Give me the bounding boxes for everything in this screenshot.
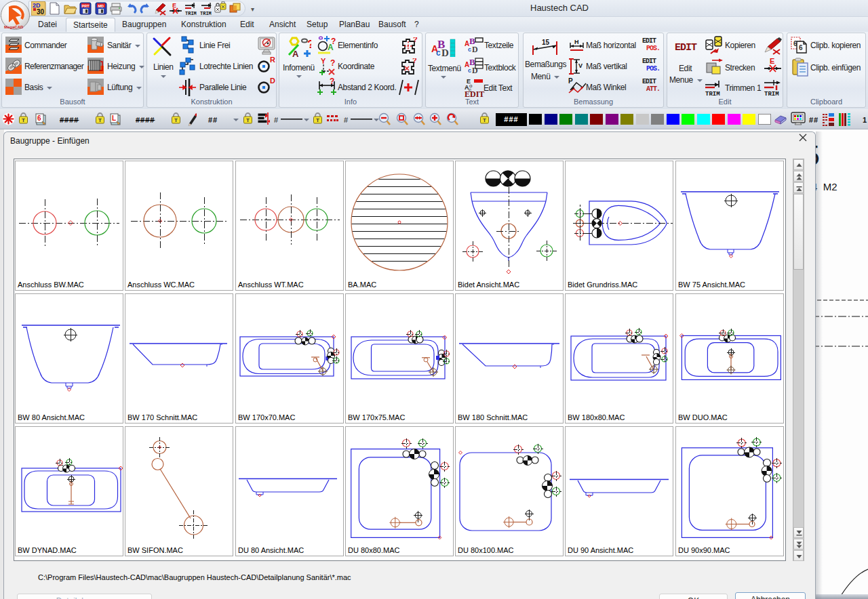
svg-text:P: P <box>568 77 573 85</box>
svg-text:?: ? <box>413 37 418 43</box>
svg-text:PRT: PRT <box>82 4 90 8</box>
svg-text:L: L <box>112 115 116 122</box>
svg-text:TRIM: TRIM <box>705 91 720 97</box>
svg-text:TRIM: TRIM <box>185 11 197 16</box>
svg-text:6: 6 <box>37 115 41 122</box>
svg-text:?: ? <box>330 58 335 68</box>
svg-text:D: D <box>441 47 449 57</box>
svg-text:V: V <box>578 62 583 69</box>
svg-text:A: A <box>292 49 299 58</box>
svg-text:c: c <box>468 46 471 53</box>
svg-text:TRIM: TRIM <box>200 11 212 16</box>
svg-text:E: E <box>770 58 774 65</box>
svg-text:6: 6 <box>799 44 803 51</box>
svg-text:?: ? <box>307 38 311 51</box>
svg-text:H: H <box>574 39 579 45</box>
svg-text:MD: MD <box>98 4 104 8</box>
svg-text:TRIM: TRIM <box>764 91 779 97</box>
svg-text:EDIT: EDIT <box>465 89 484 97</box>
svg-text:E: E <box>172 2 176 9</box>
svg-text:?: ? <box>412 58 417 64</box>
svg-text:c: c <box>468 67 471 74</box>
svg-text:Y: Y <box>321 58 326 65</box>
svg-text:A: A <box>328 43 334 52</box>
svg-text:MegaCAD: MegaCAD <box>4 25 24 29</box>
svg-text:D: D <box>472 45 478 54</box>
svg-text:c: c <box>436 48 441 57</box>
svg-text:30: 30 <box>37 8 45 16</box>
svg-text:15: 15 <box>542 39 550 46</box>
